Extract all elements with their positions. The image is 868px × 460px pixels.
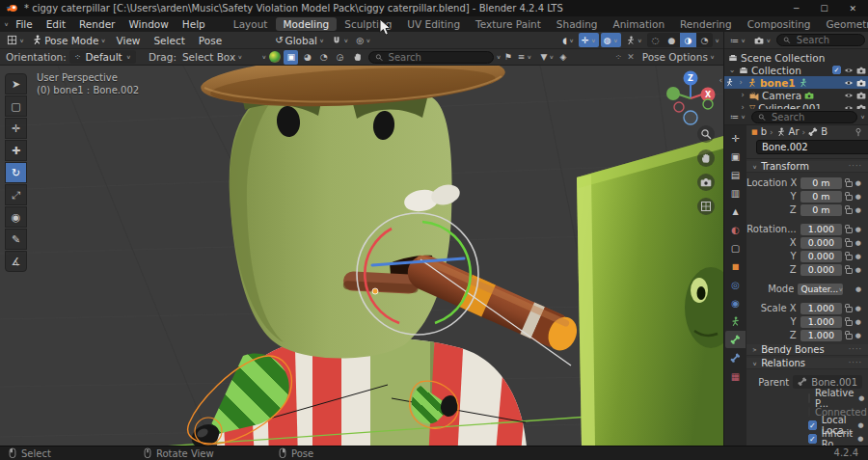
axis-neg-z-ball[interactable] bbox=[684, 111, 697, 124]
close-button[interactable]: ✕ bbox=[849, 4, 856, 14]
tool-measure[interactable]: ∡ bbox=[5, 251, 27, 272]
animate-dot[interactable]: ● bbox=[854, 206, 862, 214]
shading-options-chevron[interactable]: ∨ bbox=[715, 37, 719, 42]
shield-icon[interactable]: ◈ bbox=[559, 52, 566, 62]
lock-icon[interactable] bbox=[846, 241, 853, 247]
tab-physics[interactable]: ◉ bbox=[725, 294, 746, 311]
shading-wireframe-button[interactable]: ◌ bbox=[647, 33, 664, 47]
relative-parenting-checkbox[interactable] bbox=[808, 393, 810, 403]
tab-rendering[interactable]: Rendering bbox=[672, 17, 740, 31]
animate-dot[interactable]: ● bbox=[854, 305, 862, 312]
animate-dot[interactable]: ● bbox=[854, 318, 862, 326]
tool-cursor[interactable]: ✛ bbox=[5, 118, 27, 139]
scale-y-field[interactable]: 1.000 bbox=[800, 316, 842, 328]
outliner-search-input[interactable] bbox=[795, 34, 858, 46]
hide-eye-icon[interactable] bbox=[844, 78, 854, 88]
animate-dot[interactable]: ● bbox=[854, 226, 862, 233]
camera-view-button[interactable] bbox=[697, 174, 715, 191]
panel-drag-dots[interactable]: ···· bbox=[849, 359, 862, 367]
outliner-row-camera[interactable]: › Camera bbox=[724, 89, 868, 101]
pin-icon[interactable] bbox=[854, 127, 863, 137]
tab-world[interactable]: ◐ bbox=[725, 221, 746, 238]
breadcrumb-data[interactable]: Ar bbox=[789, 126, 800, 137]
zoom-view-button[interactable] bbox=[697, 125, 715, 143]
tab-scene[interactable]: ▲ bbox=[725, 203, 746, 220]
tool-search[interactable] bbox=[368, 51, 494, 64]
menu-window[interactable]: Window bbox=[122, 18, 175, 30]
tab-bone-constraints[interactable] bbox=[725, 349, 746, 366]
menu-edit[interactable]: Edit bbox=[40, 18, 72, 30]
outliner-row-collection[interactable]: ⌄ Collection ✓ bbox=[724, 64, 868, 76]
properties-search-input[interactable] bbox=[770, 111, 851, 123]
animate-dot[interactable]: ● bbox=[858, 394, 864, 402]
tab-texture-paint[interactable]: Texture Paint bbox=[468, 17, 549, 31]
snapping-toggle[interactable]: ∨ bbox=[329, 33, 351, 47]
overlays-toggle[interactable]: ◍∨ bbox=[601, 33, 621, 47]
maximize-button[interactable]: ☐ bbox=[820, 4, 827, 14]
bone-name-input[interactable] bbox=[756, 140, 868, 154]
tab-compositing[interactable]: Compositing bbox=[740, 17, 819, 31]
menu-select[interactable]: Select bbox=[148, 35, 190, 46]
animate-dot[interactable]: ● bbox=[857, 421, 863, 429]
tab-render[interactable]: ▣ bbox=[725, 148, 746, 165]
outliner-display-mode[interactable]: ≔∨ bbox=[727, 33, 748, 47]
search-chevron[interactable]: ∨ bbox=[497, 54, 502, 60]
render-camera-icon[interactable] bbox=[856, 66, 866, 75]
collection-checkbox[interactable]: ✓ bbox=[832, 66, 841, 74]
tool-search-input[interactable] bbox=[387, 51, 487, 64]
shading-material-button[interactable]: ◑ bbox=[680, 33, 696, 47]
tab-object[interactable]: ■ bbox=[725, 257, 746, 275]
rotation-z-field[interactable]: 0.000 bbox=[800, 264, 842, 276]
tool-rotate[interactable]: ↻ bbox=[5, 162, 27, 183]
rotation-y-field[interactable]: 0.000 bbox=[800, 251, 842, 262]
animate-dot[interactable]: ● bbox=[854, 239, 862, 247]
hide-eye-icon[interactable] bbox=[844, 66, 854, 75]
tab-uv-editing[interactable]: UV Editing bbox=[399, 17, 468, 31]
scale-z-field[interactable]: 1.000 bbox=[800, 330, 842, 341]
expand-caret[interactable]: › bbox=[739, 91, 746, 99]
editor-type-button[interactable]: ∨ bbox=[4, 33, 27, 47]
tool-scale[interactable]: ⤢ bbox=[5, 184, 27, 205]
bookmark-icon[interactable]: ⚑ bbox=[504, 52, 512, 62]
show-object-types-button[interactable]: ◖∨ bbox=[559, 33, 577, 47]
transform-orientation[interactable]: ↺ Global ∨ bbox=[272, 33, 327, 47]
local-location-checkbox[interactable]: ✓ bbox=[808, 420, 817, 430]
render-camera-icon[interactable] bbox=[856, 78, 866, 88]
animate-dot[interactable]: ● bbox=[857, 435, 863, 443]
collapse-caret[interactable]: ⌄ bbox=[728, 66, 736, 74]
outliner-row-scene-collection[interactable]: Scene Collection bbox=[724, 51, 868, 64]
hierarchy-filter-button[interactable]: ≡∨ bbox=[515, 50, 535, 65]
3d-viewport[interactable]: Z X User Perspective (0) bone1 : Bone.00… bbox=[0, 66, 723, 446]
panel-drag-dots[interactable]: ···· bbox=[849, 345, 862, 354]
axis-neg-y-ball[interactable] bbox=[703, 99, 713, 109]
expand-caret[interactable]: › bbox=[737, 78, 745, 87]
tab-constraints[interactable]: ◎ bbox=[725, 276, 746, 293]
paint-option-4[interactable]: ◶ bbox=[334, 50, 347, 65]
tab-object-data[interactable] bbox=[725, 312, 746, 330]
panel-drag-dots[interactable]: ···· bbox=[849, 162, 862, 171]
menu-file[interactable]: File bbox=[9, 18, 40, 30]
orientation-dropdown[interactable]: ⁘ Default ∨ bbox=[69, 50, 136, 64]
minimize-button[interactable]: ─ bbox=[794, 4, 799, 14]
proportional-edit-toggle[interactable]: ◎∨ bbox=[353, 33, 373, 47]
parent-field[interactable]: Bone.001 bbox=[793, 375, 862, 389]
armature-filter-icon[interactable]: ⁘ bbox=[615, 52, 623, 62]
filter-funnel-button[interactable]: ▼∨ bbox=[537, 50, 556, 65]
tool-tweak[interactable]: ➤ bbox=[5, 73, 27, 95]
tab-shading[interactable]: Shading bbox=[549, 17, 606, 31]
animate-dot[interactable]: ● bbox=[854, 253, 862, 260]
outliner-row-bone1[interactable]: › bone1 bbox=[724, 76, 868, 89]
tab-tool[interactable]: ✛ bbox=[725, 129, 746, 147]
pan-view-button[interactable] bbox=[697, 149, 715, 167]
toggle-perspective-button[interactable] bbox=[697, 198, 715, 215]
mode-selector[interactable]: Pose Mode ∨ bbox=[29, 33, 108, 47]
material-sphere-icon[interactable] bbox=[269, 51, 281, 63]
lock-icon[interactable] bbox=[846, 255, 853, 260]
lock-icon[interactable] bbox=[846, 181, 853, 187]
gizmos-toggle[interactable]: ✛∨ bbox=[579, 33, 599, 47]
xray-toggle[interactable]: ∨ bbox=[623, 33, 645, 47]
animate-dot[interactable]: ● bbox=[854, 266, 862, 274]
tool-annotate[interactable]: ✎ bbox=[5, 229, 27, 250]
lock-icon[interactable] bbox=[846, 228, 853, 233]
shading-solid-button[interactable]: ● bbox=[664, 33, 680, 47]
